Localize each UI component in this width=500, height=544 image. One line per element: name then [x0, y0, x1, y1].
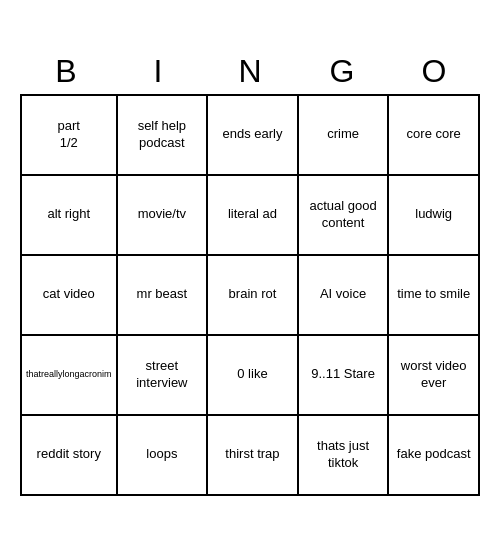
bingo-cell-22: thirst trap [208, 416, 299, 496]
bingo-cell-21: loops [118, 416, 209, 496]
bingo-cell-15: thatreallylongacronim [22, 336, 118, 416]
header-letter-g: G [296, 49, 388, 94]
bingo-cell-16: street interview [118, 336, 209, 416]
bingo-cell-6: movie/tv [118, 176, 209, 256]
header-letter-b: B [20, 49, 112, 94]
bingo-cell-8: actual good content [299, 176, 390, 256]
header-letter-n: N [204, 49, 296, 94]
bingo-cell-4: core core [389, 96, 480, 176]
bingo-cell-11: mr beast [118, 256, 209, 336]
header-letter-o: O [388, 49, 480, 94]
header-letter-i: I [112, 49, 204, 94]
bingo-card: BINGO part1/2self help podcastends early… [20, 49, 480, 496]
bingo-cell-23: thats just tiktok [299, 416, 390, 496]
bingo-cell-7: literal ad [208, 176, 299, 256]
bingo-cell-14: time to smile [389, 256, 480, 336]
bingo-cell-24: fake podcast [389, 416, 480, 496]
bingo-cell-17: 0 like [208, 336, 299, 416]
bingo-cell-3: crime [299, 96, 390, 176]
bingo-grid: part1/2self help podcastends earlycrimec… [20, 94, 480, 496]
bingo-cell-13: AI voice [299, 256, 390, 336]
bingo-cell-5: alt right [22, 176, 118, 256]
bingo-cell-1: self help podcast [118, 96, 209, 176]
bingo-cell-2: ends early [208, 96, 299, 176]
bingo-cell-9: ludwig [389, 176, 480, 256]
bingo-cell-18: 9..11 Stare [299, 336, 390, 416]
bingo-header: BINGO [20, 49, 480, 94]
bingo-cell-12: brain rot [208, 256, 299, 336]
bingo-cell-0: part1/2 [22, 96, 118, 176]
bingo-cell-19: worst video ever [389, 336, 480, 416]
bingo-cell-10: cat video [22, 256, 118, 336]
bingo-cell-20: reddit story [22, 416, 118, 496]
